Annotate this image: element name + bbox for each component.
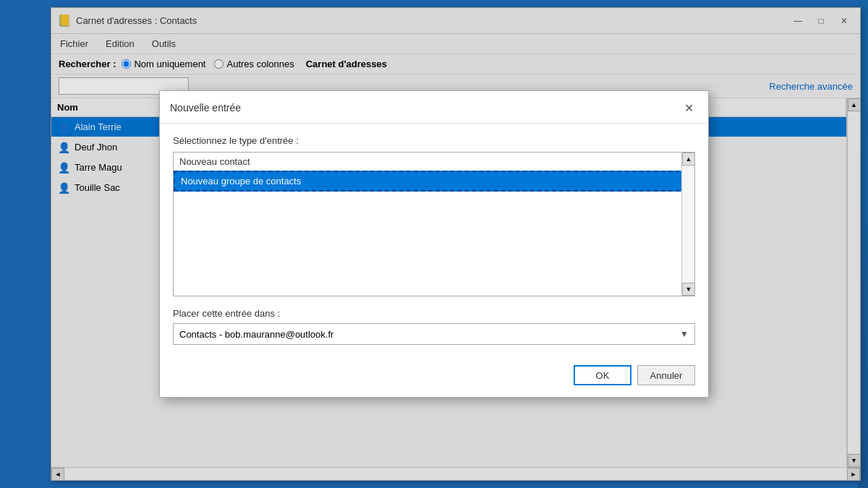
modal-overlay: Nouvelle entrée ✕ Sélectionnez le type d… — [0, 0, 868, 488]
entry-type-nouveau-groupe[interactable]: Nouveau groupe de contacts — [174, 171, 694, 192]
list-scrollbar: ▲ ▼ — [681, 153, 694, 296]
list-scroll-down-button[interactable]: ▼ — [682, 283, 695, 296]
modal-title-bar: Nouvelle entrée ✕ — [160, 91, 708, 124]
modal-title: Nouvelle entrée — [170, 102, 241, 114]
placement-label: Placer cette entrée dans : — [173, 308, 695, 319]
modal-footer: OK Annuler — [160, 356, 708, 397]
dropdown-arrow-icon: ▼ — [680, 329, 689, 339]
entry-type-label: Sélectionnez le type d'entrée : — [173, 135, 695, 146]
modal-dialog: Nouvelle entrée ✕ Sélectionnez le type d… — [159, 90, 709, 398]
placement-dropdown[interactable]: Contacts - bob.mauranne@outlook.fr ▼ — [173, 323, 695, 345]
entry-type-nouveau-contact[interactable]: Nouveau contact — [174, 153, 694, 171]
entry-type-list: Nouveau contact Nouveau groupe de contac… — [173, 152, 695, 296]
list-scroll-up-button[interactable]: ▲ — [682, 153, 695, 166]
placement-value: Contacts - bob.mauranne@outlook.fr — [179, 329, 333, 340]
ok-button[interactable]: OK — [574, 365, 631, 385]
modal-close-button[interactable]: ✕ — [679, 98, 698, 117]
placement-section: Placer cette entrée dans : Contacts - bo… — [173, 308, 695, 345]
modal-body: Sélectionnez le type d'entrée : Nouveau … — [160, 124, 708, 356]
cancel-button[interactable]: Annuler — [637, 365, 695, 385]
